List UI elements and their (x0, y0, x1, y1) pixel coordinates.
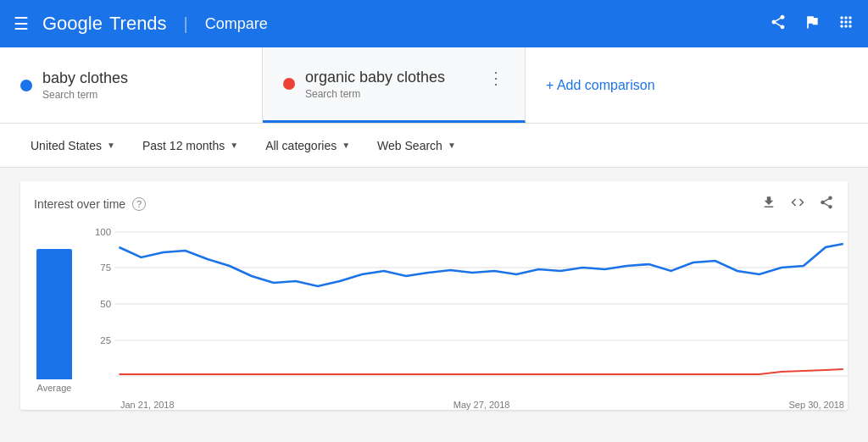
hamburger-menu-icon[interactable]: ☰ (14, 14, 29, 34)
download-icon[interactable] (761, 195, 776, 213)
filter-region[interactable]: United States ▼ (20, 132, 125, 159)
app-header: ☰ Google Trends | Compare (0, 0, 868, 47)
search-term-2[interactable]: organic baby clothes Search term ⋮ (263, 47, 526, 123)
main-content: Interest over time ? Average (0, 168, 868, 423)
term-2-type: Search term (305, 88, 477, 100)
term-1-info: baby clothes Search term (42, 69, 242, 101)
filter-search-type-label: Web Search (377, 139, 442, 152)
compare-label: Compare (205, 15, 268, 33)
chart-help-icon[interactable]: ? (132, 197, 146, 211)
add-comparison-label: + Add comparison (546, 78, 655, 93)
term-1-dot (20, 80, 32, 91)
svg-text:75: 75 (100, 262, 111, 273)
filter-categories-arrow-icon: ▼ (342, 141, 350, 150)
x-label-2: May 27, 2018 (453, 400, 510, 410)
svg-text:100: 100 (95, 227, 111, 237)
average-bar (36, 249, 72, 379)
filter-region-arrow-icon: ▼ (107, 141, 115, 150)
share-chart-icon[interactable] (819, 195, 834, 213)
term-2-menu-icon[interactable]: ⋮ (487, 68, 504, 88)
filter-region-label: United States (31, 139, 102, 152)
term-1-type: Search term (42, 89, 242, 101)
add-comparison-button[interactable]: + Add comparison (526, 64, 676, 107)
google-logo-text: Google (42, 13, 103, 35)
term-2-info: organic baby clothes Search term (305, 69, 477, 100)
filter-period-label: Past 12 months (142, 139, 225, 152)
search-term-1[interactable]: baby clothes Search term (0, 47, 263, 123)
header-divider: | (184, 14, 188, 34)
filter-period-arrow-icon: ▼ (230, 141, 238, 150)
red-trend-line (119, 369, 843, 374)
term-1-name: baby clothes (42, 69, 242, 87)
chart-title-group: Interest over time ? (34, 197, 146, 211)
trends-logo-text: Trends (109, 13, 167, 35)
chart-x-labels: Jan 21, 2018 May 27, 2018 Sep 30, 2018 (88, 400, 848, 410)
svg-text:50: 50 (100, 299, 111, 309)
chart-svg: 100 75 50 25 (88, 224, 848, 393)
chart-area: Average 100 75 50 25 (20, 224, 848, 410)
filter-search-type[interactable]: Web Search ▼ (367, 132, 466, 159)
blue-trend-line (119, 244, 843, 286)
chart-actions (761, 195, 834, 213)
filter-period[interactable]: Past 12 months ▼ (132, 132, 248, 159)
term-2-name: organic baby clothes (305, 69, 477, 86)
x-label-1: Jan 21, 2018 (120, 400, 175, 410)
filter-search-type-arrow-icon: ▼ (448, 141, 456, 150)
svg-text:25: 25 (100, 335, 111, 345)
apps-icon[interactable] (837, 14, 854, 35)
search-bar-area: baby clothes Search term organic baby cl… (0, 47, 868, 124)
chart-main: 100 75 50 25 Jan 21, 2018 May 27, 2018 S… (88, 224, 848, 410)
chart-header: Interest over time ? (20, 195, 848, 224)
filter-categories[interactable]: All categories ▼ (255, 132, 360, 159)
x-label-3: Sep 30, 2018 (789, 400, 844, 410)
embed-icon[interactable] (790, 195, 805, 213)
chart-title: Interest over time (34, 197, 125, 211)
chart-average-col: Average (20, 224, 88, 410)
filters-bar: United States ▼ Past 12 months ▼ All cat… (0, 124, 868, 168)
flag-icon[interactable] (804, 14, 821, 35)
app-logo: Google Trends (42, 13, 167, 35)
interest-over-time-card: Interest over time ? Average (20, 181, 848, 410)
filter-categories-label: All categories (265, 139, 337, 152)
average-label: Average (37, 383, 72, 393)
header-actions (770, 14, 854, 35)
share-icon[interactable] (770, 14, 787, 35)
term-2-dot (283, 78, 295, 90)
